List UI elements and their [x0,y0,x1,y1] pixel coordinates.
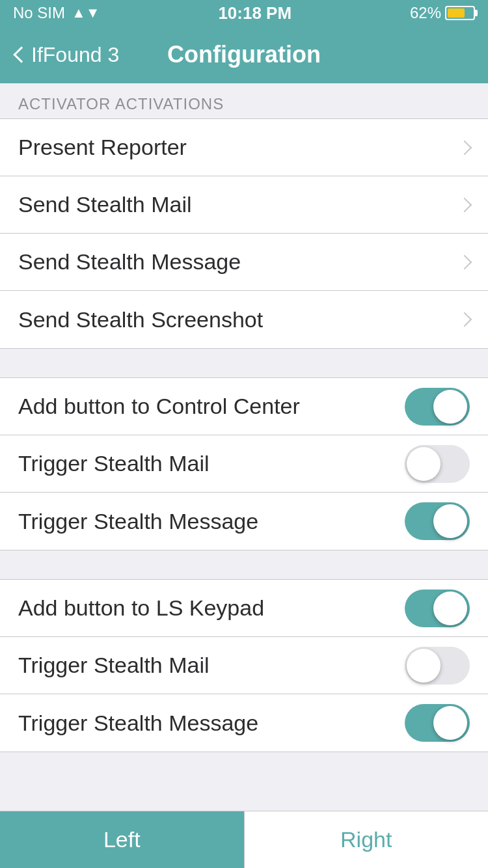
nav-title: Configuration [167,41,321,68]
item-label-send-stealth-screenshot: Send Stealth Screenshot [18,307,263,332]
back-label: IfFound 3 [31,43,119,67]
toggle-thumb [407,649,441,683]
tab-left-label: Left [103,827,141,852]
toggle-thumb [433,706,467,740]
activator-section-header: ACTIVATOR ACTIVATIONS [0,83,488,118]
battery-container: 62% [410,4,475,22]
toggle-thumb [433,504,467,538]
section-gap-1 [0,349,488,377]
list-item-trigger-stealth-message-cc[interactable]: Trigger Stealth Message [0,493,488,550]
time-label: 10:18 PM [218,3,291,23]
toggle-thumb [407,447,441,481]
toggle-add-button-ls-keypad[interactable] [405,590,470,627]
toggle-trigger-stealth-message-lsk[interactable] [405,704,470,742]
item-label-add-button-control-center: Add button to Control Center [18,394,300,419]
tab-right[interactable]: Right [245,811,489,868]
list-item-trigger-stealth-message-lsk[interactable]: Trigger Stealth Message [0,694,488,752]
toggle-track-on [405,502,470,540]
ls-keypad-list: Add button to LS Keypad Trigger Stealth … [0,579,488,752]
carrier-label: No SIM [13,4,65,22]
toggle-thumb [433,390,467,424]
list-item-send-stealth-mail[interactable]: Send Stealth Mail [0,176,488,234]
battery-icon [445,6,475,20]
toggle-trigger-stealth-message-cc[interactable] [405,502,470,540]
item-label-trigger-stealth-message-cc: Trigger Stealth Message [18,509,258,534]
tab-bar: Left Right [0,811,488,868]
control-center-list: Add button to Control Center Trigger Ste… [0,377,488,550]
wifi-icon: ▲▼ [72,5,100,21]
item-label-send-stealth-mail: Send Stealth Mail [18,192,192,217]
item-label-add-button-ls-keypad: Add button to LS Keypad [18,595,264,621]
toggle-trigger-stealth-mail-cc[interactable] [405,445,470,483]
tab-right-label: Right [340,827,392,852]
toggle-track-on [405,590,470,627]
item-label-trigger-stealth-mail-cc: Trigger Stealth Mail [18,451,210,476]
list-item-add-button-control-center[interactable]: Add button to Control Center [0,378,488,435]
chevron-right-icon [457,312,472,327]
toggle-add-button-control-center[interactable] [405,388,470,426]
list-item-trigger-stealth-mail-cc[interactable]: Trigger Stealth Mail [0,435,488,493]
chevron-right-icon [457,197,472,212]
toggle-track-on [405,704,470,742]
chevron-right-icon [457,140,472,155]
list-item-present-reporter[interactable]: Present Reporter [0,119,488,176]
activator-list: Present Reporter Send Stealth Mail Send … [0,118,488,349]
section-gap-2 [0,550,488,579]
toggle-track-on [405,388,470,426]
toggle-thumb [433,591,467,625]
status-left: No SIM ▲▼ [13,4,100,22]
list-item-add-button-ls-keypad[interactable]: Add button to LS Keypad [0,580,488,637]
toggle-track-off [405,445,470,483]
item-label-trigger-stealth-message-lsk: Trigger Stealth Message [18,711,258,736]
list-item-send-stealth-screenshot[interactable]: Send Stealth Screenshot [0,291,488,348]
back-button[interactable]: IfFound 3 [16,43,119,67]
item-label-send-stealth-message: Send Stealth Message [18,249,241,275]
item-label-present-reporter: Present Reporter [18,135,187,160]
chevron-left-icon [13,46,29,62]
battery-fill [448,8,465,18]
toggle-trigger-stealth-mail-lsk[interactable] [405,647,470,685]
toggle-track-off [405,647,470,685]
item-label-trigger-stealth-mail-lsk: Trigger Stealth Mail [18,653,210,678]
nav-bar: IfFound 3 Configuration [0,26,488,83]
chevron-right-icon [457,254,472,269]
battery-percent: 62% [410,4,441,22]
status-bar: No SIM ▲▼ 10:18 PM 62% [0,0,488,26]
list-item-trigger-stealth-mail-lsk[interactable]: Trigger Stealth Mail [0,637,488,694]
tab-left[interactable]: Left [0,811,245,868]
list-item-send-stealth-message[interactable]: Send Stealth Message [0,234,488,291]
